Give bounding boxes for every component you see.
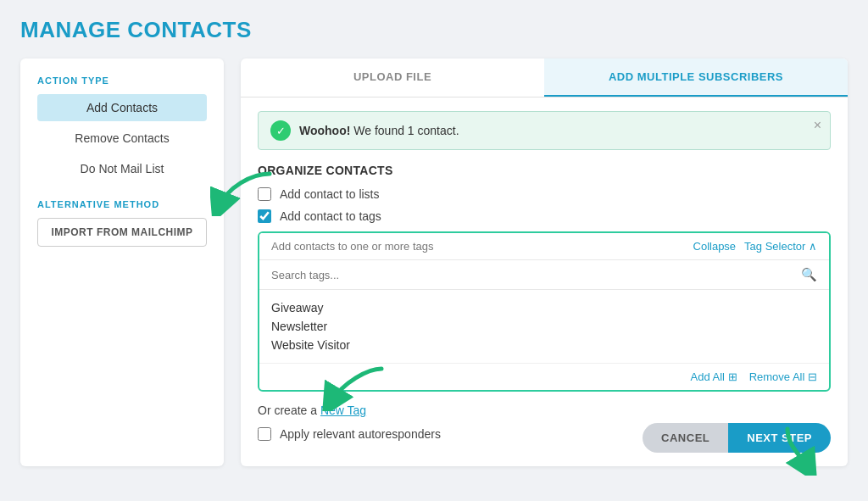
tag-giveaway[interactable]: Giveaway	[271, 298, 817, 317]
organize-heading: ORGANIZE CONTACTS	[258, 164, 831, 177]
action-remove-contacts[interactable]: Remove Contacts	[37, 125, 207, 152]
success-text: Woohoo! We found 1 contact.	[299, 124, 459, 137]
new-tag-row: Or create a New Tag	[258, 404, 831, 417]
tab-add-multiple[interactable]: ADD MULTIPLE SUBSCRIBERS	[544, 58, 848, 97]
tag-list-footer: Add All ⊞ Remove All ⊟	[259, 363, 829, 390]
alt-method-label: ALTERNATIVE METHOD	[37, 199, 207, 209]
content-area: UPLOAD FILE ADD MULTIPLE SUBSCRIBERS ✓ W…	[241, 58, 848, 466]
add-to-lists-row: Add contact to lists	[258, 187, 831, 201]
success-banner: ✓ Woohoo! We found 1 contact. ×	[258, 111, 831, 150]
footer-buttons: CANCEL NEXT STEP	[643, 423, 831, 453]
cancel-button[interactable]: CANCEL	[643, 423, 728, 453]
close-banner-button[interactable]: ×	[814, 119, 821, 132]
add-all-button[interactable]: Add All ⊞	[691, 370, 737, 383]
tag-search-input[interactable]	[271, 269, 801, 281]
collapse-link[interactable]: Collapse	[693, 240, 737, 253]
new-tag-link[interactable]: New Tag	[320, 404, 366, 417]
action-type-label: ACTION TYPE	[37, 75, 207, 86]
tag-newsletter[interactable]: Newsletter	[271, 317, 817, 336]
add-to-tags-label: Add contact to tags	[280, 209, 381, 223]
remove-all-button[interactable]: Remove All ⊟	[749, 370, 817, 383]
action-do-not-mail[interactable]: Do Not Mail List	[37, 155, 207, 182]
import-mailchimp-button[interactable]: IMPORT FROM MAILCHIMP	[37, 218, 207, 247]
add-to-tags-checkbox[interactable]	[258, 209, 271, 223]
next-step-button[interactable]: NEXT STEP	[728, 423, 831, 453]
add-to-tags-row: Add contact to tags	[258, 209, 831, 223]
tab-bar: UPLOAD FILE ADD MULTIPLE SUBSCRIBERS	[241, 58, 848, 97]
autoresponder-label: Apply relevant autoresponders	[280, 427, 441, 441]
action-add-contacts[interactable]: Add Contacts	[37, 94, 207, 121]
tag-search-bar: 🔍	[259, 259, 829, 290]
tag-website-visitor[interactable]: Website Visitor	[271, 336, 817, 354]
tag-selector-header: Add contacts to one or more tags Collaps…	[259, 233, 829, 259]
search-icon[interactable]: 🔍	[801, 267, 817, 282]
autoresponder-checkbox[interactable]	[258, 427, 271, 441]
tag-selector-description: Add contacts to one or more tags	[271, 240, 434, 253]
success-icon: ✓	[270, 120, 291, 141]
sidebar: ACTION TYPE Add Contacts Remove Contacts…	[20, 58, 224, 466]
tab-upload-file[interactable]: UPLOAD FILE	[241, 58, 544, 97]
add-to-lists-checkbox[interactable]	[258, 187, 271, 201]
tag-list: Giveaway Newsletter Website Visitor	[259, 290, 829, 363]
tag-selector-box: Add contacts to one or more tags Collaps…	[258, 231, 831, 392]
tag-selector-link[interactable]: Tag Selector ∧	[744, 240, 817, 253]
add-to-lists-label: Add contact to lists	[280, 187, 380, 201]
page-title: MANAGE CONTACTS	[20, 17, 848, 43]
new-tag-prefix: Or create a	[258, 404, 317, 417]
